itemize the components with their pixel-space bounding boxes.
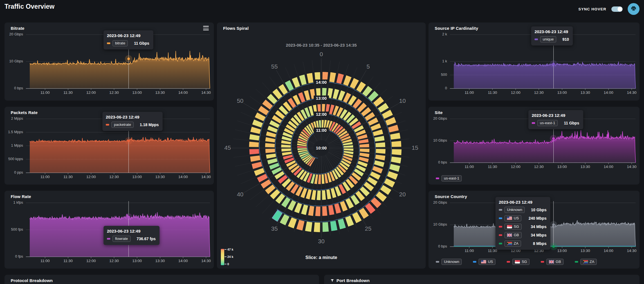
svg-text:14:30: 14:30 xyxy=(201,90,211,95)
tooltip-row: SG34 Mbps xyxy=(499,224,546,230)
series-value: 910 xyxy=(558,37,569,42)
legend-swatch xyxy=(575,261,578,263)
tooltip-row: us-east-111 Gbps xyxy=(532,120,579,126)
svg-text:0 bps: 0 bps xyxy=(438,160,447,164)
legend-chip-us-east-1[interactable]: us-east-1 xyxy=(436,175,462,181)
chart-legend: UnknownUSSGGBZA xyxy=(436,259,608,265)
svg-text:11:00: 11:00 xyxy=(465,90,474,95)
panel-flow-rate: Flow Rate 1 kfps500 fps0 fps11:0011:3012… xyxy=(5,191,214,269)
svg-text:5: 5 xyxy=(367,63,370,70)
sync-hover-toggle[interactable] xyxy=(611,6,623,12)
legend-swatch xyxy=(507,261,510,263)
svg-text:11:30: 11:30 xyxy=(488,249,497,253)
series-swatch xyxy=(499,217,502,219)
svg-text:14:00: 14:00 xyxy=(316,80,327,85)
svg-text:14:00: 14:00 xyxy=(178,175,188,179)
series-swatch xyxy=(107,42,110,44)
panel-source-ip-cardinality: Source IP Cardinality 2 k1 k500011:0011:… xyxy=(428,22,639,101)
svg-text:15: 15 xyxy=(412,144,418,151)
svg-text:14:30: 14:30 xyxy=(627,90,636,95)
print-button[interactable] xyxy=(628,3,639,15)
svg-text:12:00: 12:00 xyxy=(511,165,520,169)
spiral-slice-label: Slice: a minute xyxy=(217,255,426,260)
tooltip-row: bitrate11 Gbps xyxy=(107,40,149,46)
svg-text:13:00: 13:00 xyxy=(557,165,567,169)
svg-text:1 kfps: 1 kfps xyxy=(13,200,23,205)
tooltip-source_country: 2023-06-23 12:49Unknown10 GbpsUS240 Mbps… xyxy=(495,197,550,250)
svg-text:12:30: 12:30 xyxy=(109,259,119,263)
svg-text:12:30: 12:30 xyxy=(109,175,119,179)
svg-text:11:30: 11:30 xyxy=(488,165,497,169)
legend-chip-za[interactable]: ZA xyxy=(575,259,597,265)
printer-icon xyxy=(631,6,636,12)
tooltip-ip_cardinality: 2023-06-23 12:49unique910 xyxy=(531,26,573,46)
legend-chip-sg[interactable]: SG xyxy=(507,259,529,265)
svg-text:13:30: 13:30 xyxy=(580,165,590,169)
svg-text:14:00: 14:00 xyxy=(604,90,613,95)
svg-text:10:00: 10:00 xyxy=(316,146,327,150)
svg-text:13:00: 13:00 xyxy=(132,90,142,95)
svg-text:10 Gbps: 10 Gbps xyxy=(433,138,447,142)
svg-text:12:00: 12:00 xyxy=(511,90,520,95)
panel-protocol-breakdown: Protocol Breakdown xyxy=(5,275,319,284)
spiral-legend-tick: 47 k xyxy=(225,248,233,251)
svg-text:12:00: 12:00 xyxy=(316,112,327,117)
series-chip: SG xyxy=(504,224,522,230)
sync-hover-label: SYNC HOVER xyxy=(578,7,606,11)
svg-text:12:00: 12:00 xyxy=(86,90,96,95)
svg-text:13:30: 13:30 xyxy=(155,259,165,263)
panel-port-breakdown: Port Breakdown xyxy=(324,275,639,284)
protocol-breakdown-title: Protocol Breakdown xyxy=(11,278,53,283)
svg-text:14:30: 14:30 xyxy=(201,259,211,263)
svg-text:1 Mpps: 1 Mpps xyxy=(11,143,23,147)
tooltip-row: US240 Mbps xyxy=(499,215,546,221)
svg-text:0 pps: 0 pps xyxy=(14,170,23,174)
svg-text:11:30: 11:30 xyxy=(488,90,497,95)
svg-text:20 Gbps: 20 Gbps xyxy=(433,200,447,205)
legend-swatch xyxy=(473,261,476,263)
series-swatch xyxy=(499,226,502,228)
svg-text:12:00: 12:00 xyxy=(86,175,96,179)
svg-text:13:00: 13:00 xyxy=(132,259,142,263)
legend-chip-unknown[interactable]: Unknown xyxy=(436,259,462,265)
legend-chip-us[interactable]: US xyxy=(473,259,495,265)
svg-text:11:30: 11:30 xyxy=(64,90,73,95)
svg-text:500 kpps: 500 kpps xyxy=(8,157,23,161)
panel-bitrate: Bitrate 20 Gbps10 Gbps0 bps11:0011:3012:… xyxy=(5,22,214,101)
svg-text:12:30: 12:30 xyxy=(534,90,544,95)
svg-text:14:30: 14:30 xyxy=(627,165,636,169)
tooltip-time: 2023-06-23 12:49 xyxy=(107,33,149,38)
filter-funnel-icon xyxy=(330,279,334,283)
series-value: 11 Gbps xyxy=(560,121,579,125)
tooltip-row: packetrate1.18 Mpps xyxy=(106,122,159,128)
series-value: 11 Gbps xyxy=(130,41,149,46)
svg-text:0 bps: 0 bps xyxy=(438,244,447,248)
svg-text:13:30: 13:30 xyxy=(155,175,165,179)
svg-text:35: 35 xyxy=(271,225,278,232)
svg-text:12:00: 12:00 xyxy=(86,259,96,263)
series-chip: us-east-1 xyxy=(537,120,558,126)
legend-label: ZA xyxy=(580,259,597,265)
svg-text:500: 500 xyxy=(441,72,447,77)
svg-text:0: 0 xyxy=(320,51,323,57)
tooltip-time: 2023-06-23 12:49 xyxy=(499,200,546,205)
series-swatch xyxy=(535,38,538,40)
tooltip-bitrate: 2023-06-23 12:49bitrate11 Gbps xyxy=(104,30,153,49)
flows-spiral-chart[interactable]: 10:0011:0012:0013:0014:00051015202530354… xyxy=(217,22,426,269)
legend-label: us-east-1 xyxy=(441,175,462,181)
series-chip: ZA xyxy=(504,240,521,247)
svg-text:11:00: 11:00 xyxy=(41,175,50,179)
svg-text:14:00: 14:00 xyxy=(604,249,613,253)
svg-text:14:30: 14:30 xyxy=(201,175,211,179)
legend-chip-gb[interactable]: GB xyxy=(541,259,564,265)
series-swatch xyxy=(499,209,502,211)
series-chip: GB xyxy=(504,232,522,238)
svg-text:1 k: 1 k xyxy=(442,59,447,63)
tooltip-packets_rate: 2023-06-23 12:49packetrate1.18 Mpps xyxy=(102,112,163,131)
svg-text:0: 0 xyxy=(445,86,447,90)
svg-text:11:00: 11:00 xyxy=(465,165,474,169)
panel-packets-rate: Packets Rate 2 Mpps1.5 Mpps1 Mpps500 kpp… xyxy=(5,107,214,185)
svg-text:13:00: 13:00 xyxy=(132,175,142,179)
svg-text:14:00: 14:00 xyxy=(604,165,613,169)
tooltip-row: unique910 xyxy=(535,36,569,42)
